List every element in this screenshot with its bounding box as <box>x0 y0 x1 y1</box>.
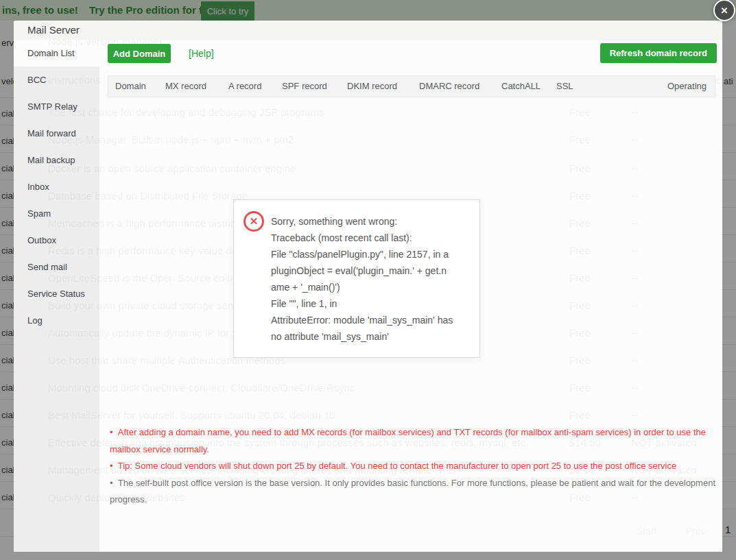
error-traceback-line: Sorry, something went wrong: <box>271 213 453 230</box>
close-button[interactable]: ✕ <box>713 0 735 21</box>
column-header-a-record: A record <box>228 76 261 97</box>
error-popup-text: Sorry, something went wrong:Traceback (m… <box>271 213 453 345</box>
sidebar-item-spam[interactable]: Spam <box>14 200 99 227</box>
error-icon: ✕ <box>244 211 264 232</box>
sidebar-item-bcc[interactable]: BCC <box>14 66 99 93</box>
column-header-dmarc-record: DMARC record <box>419 76 479 97</box>
pagination-prev-button[interactable]: Prev <box>686 523 706 539</box>
sidebar-item-inbox[interactable]: Inbox <box>14 173 99 200</box>
sidebar-item-send-mail[interactable]: Send mail <box>14 254 99 280</box>
refresh-domain-record-button[interactable]: Refresh domain record <box>600 43 717 63</box>
error-traceback-line: File "", line 1, in <box>271 295 453 312</box>
note-item: • After adding a domain name, you need t… <box>110 424 722 458</box>
sidebar-item-outbox[interactable]: Outbox <box>14 227 99 254</box>
column-header-operating: Operating <box>667 76 707 97</box>
column-header-catchall: CatchALL <box>501 76 541 97</box>
error-traceback-line: AttributeError: module 'mail_sys_main' h… <box>271 312 453 328</box>
sidebar-item-service-status[interactable]: Service Status <box>14 280 99 307</box>
sidebar-item-smtp-relay[interactable]: SMTP Relay <box>14 93 99 120</box>
error-traceback-line: pluginObject = eval('plugin_main.' + get… <box>271 263 453 279</box>
pagination-start-button[interactable]: Start <box>637 523 657 539</box>
column-header-ssl: SSL <box>556 76 573 97</box>
note-item: • The self-built post office version is … <box>110 475 722 509</box>
column-header-domain: Domain <box>115 76 146 97</box>
error-traceback-line: no attribute 'mail_sys_main' <box>271 328 453 345</box>
sidebar-item-log[interactable]: Log <box>14 307 99 334</box>
notes: • After adding a domain name, you need t… <box>110 424 722 509</box>
error-traceback-line: Traceback (most recent call last): <box>271 230 453 246</box>
mail-server-modal: InstructionsPriceExpire dateLocationNode… <box>14 21 722 552</box>
error-traceback-line: ame + '_main()') <box>271 279 453 295</box>
note-item: • Tip: Some cloud vendors will shut down… <box>110 458 722 475</box>
modal-header: Mail Server <box>14 21 722 40</box>
screen: ins, free to use! Try the Pro edition fo… <box>0 0 736 560</box>
error-traceback-line: File "class/panelPlugin.py", line 2157, … <box>271 246 453 263</box>
help-link[interactable]: [Help] <box>189 44 214 63</box>
sidebar-item-mail-backup[interactable]: Mail backup <box>14 147 99 173</box>
error-popup: ✕ Sorry, something went wrong:Traceback … <box>233 199 480 358</box>
sidebar-item-domain-list[interactable]: Domain List <box>14 40 99 66</box>
column-header-mx-record: MX record <box>165 76 206 97</box>
sidebar-item-mail-forward[interactable]: Mail forward <box>14 120 99 147</box>
domain-table-header: DomainMX recordA recordSPF recordDKIM re… <box>108 75 715 97</box>
modal-title: Mail Server <box>27 21 80 40</box>
column-header-spf-record: SPF record <box>282 76 327 97</box>
modal-content: Add Domain [Help] Refresh domain record … <box>99 40 722 552</box>
add-domain-button[interactable]: Add Domain <box>108 44 171 63</box>
sidebar: Domain ListBCCSMTP RelayMail forwardMail… <box>14 40 99 552</box>
column-header-dkim-record: DKIM record <box>347 76 397 97</box>
